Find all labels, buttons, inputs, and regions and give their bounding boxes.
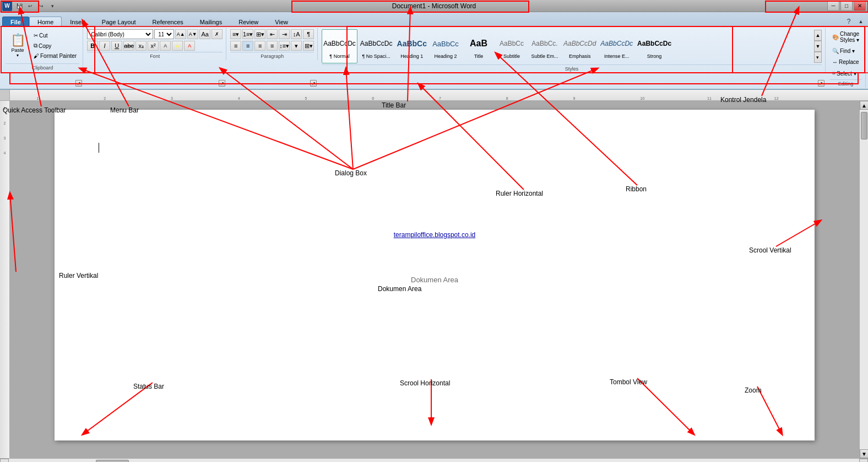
shading-btn[interactable]: ▾	[291, 41, 302, 51]
text-effect-btn[interactable]: A	[160, 41, 171, 51]
tab-bar: File Home Insert Page Layout References …	[0, 12, 868, 26]
increase-indent-btn[interactable]: ⇥	[279, 29, 290, 39]
styles-group: AaBbCcDc ¶ Normal AaBbCcDc ¶ No Spaci...…	[318, 28, 826, 88]
line-spacing-btn[interactable]: ↕≡▾	[279, 41, 290, 51]
style-title-preview: AaB	[470, 34, 487, 53]
paragraph-label: Paragraph	[230, 52, 314, 59]
style-intense-em[interactable]: AaBbCcDc Intense E...	[599, 29, 634, 63]
show-hide-btn[interactable]: ¶	[303, 29, 314, 39]
scroll-track-vertical[interactable]	[860, 110, 868, 449]
styles-area: AaBbCcDc ¶ Normal AaBbCcDc ¶ No Spaci...…	[322, 29, 812, 63]
style-subtle-em[interactable]: AaBbCc. Subtle Em...	[529, 29, 561, 63]
format-painter-icon: 🖌	[34, 53, 39, 59]
style-strong[interactable]: AaBbCcDc Strong	[636, 29, 673, 63]
style-h1-label: Heading 1	[400, 53, 423, 59]
paragraph-dialog-launcher[interactable]: ↗	[310, 80, 317, 87]
quick-dropdown-btn[interactable]: ▾	[47, 1, 57, 11]
paste-label: Paste	[11, 47, 24, 53]
document[interactable]: terampiloffice.blogspot.co.id	[55, 110, 815, 440]
replace-label: Replace	[839, 59, 859, 65]
style-heading2[interactable]: AaBbCc Heading 2	[430, 29, 462, 63]
styles-dialog-launcher[interactable]: ↗	[818, 80, 824, 87]
tab-file[interactable]: File	[2, 17, 29, 27]
styles-scroll-down[interactable]: ▼	[814, 41, 822, 52]
tab-view[interactable]: View	[267, 17, 296, 27]
copy-icon: ⧉	[34, 42, 37, 49]
borders-btn[interactable]: ⊞▾	[303, 41, 314, 51]
justify-btn[interactable]: ≡	[267, 41, 278, 51]
cut-icon: ✂	[34, 33, 38, 39]
quick-redo-btn[interactable]: ↪	[36, 1, 46, 11]
style-h2-label: Heading 2	[434, 53, 457, 59]
clipboard-dialog-launcher[interactable]: ↗	[75, 80, 82, 87]
font-color-btn[interactable]: A	[184, 41, 195, 51]
format-painter-button[interactable]: 🖌 Format Painter	[31, 51, 79, 61]
clear-format-btn[interactable]: ✗	[211, 29, 223, 39]
scroll-thumb-vertical[interactable]	[861, 112, 867, 139]
restore-button[interactable]: □	[840, 1, 853, 11]
styles-scroll-up[interactable]: ▲	[814, 30, 822, 41]
help-btn[interactable]: ?	[844, 17, 854, 26]
quick-save-btn[interactable]: 💾	[14, 1, 24, 11]
style-title-label: Title	[474, 53, 484, 59]
tab-page-layout[interactable]: Page Layout	[94, 17, 144, 27]
paste-button[interactable]: 📋 Paste ▾	[6, 29, 30, 62]
ribbon-minimize-btn[interactable]: ▲	[856, 17, 866, 26]
tab-insert[interactable]: Insert	[62, 17, 94, 27]
highlight-btn[interactable]: A	[172, 41, 183, 51]
align-right-btn[interactable]: ≡	[254, 41, 265, 51]
find-button[interactable]: 🔍 Find ▾	[829, 46, 858, 56]
close-button[interactable]: ✕	[854, 1, 866, 11]
multilevel-btn[interactable]: ⊞▾	[254, 29, 265, 39]
select-button[interactable]: ⌗ Select ▾	[829, 68, 859, 78]
style-emphasis[interactable]: AaBbCcDd Emphasis	[562, 29, 598, 63]
quick-undo-btn[interactable]: ↩	[25, 1, 35, 11]
doc-url: terampiloffice.blogspot.co.id	[394, 231, 476, 239]
style-normal[interactable]: AaBbCcDc ¶ Normal	[322, 29, 357, 63]
scroll-down-button[interactable]: ▼	[860, 449, 868, 458]
tab-references[interactable]: References	[144, 17, 192, 27]
scroll-thumb-horizontal[interactable]	[96, 460, 129, 463]
bold-button[interactable]: B	[87, 41, 98, 51]
style-title[interactable]: AaB Title	[463, 29, 495, 63]
change-styles-icon: 🎨	[832, 34, 839, 40]
style-subtle-label: Subtle Em...	[531, 53, 558, 59]
scroll-left-button[interactable]: ◄	[0, 459, 9, 462]
increase-font-btn[interactable]: A▲	[175, 29, 186, 39]
superscript-btn[interactable]: x²	[148, 41, 159, 51]
align-left-btn[interactable]: ≡	[230, 41, 241, 51]
style-heading1[interactable]: AaBbCc Heading 1	[395, 29, 428, 63]
replace-button[interactable]: ↔ Replace	[829, 57, 862, 67]
decrease-indent-btn[interactable]: ⇤	[267, 29, 278, 39]
document-area[interactable]: terampiloffice.blogspot.co.id Dokumen Ar…	[10, 101, 859, 458]
italic-button[interactable]: I	[99, 41, 110, 51]
styles-scroll-more[interactable]: ▾	[814, 52, 822, 63]
vertical-scrollbar[interactable]: ▲ ▼	[859, 101, 868, 458]
subscript-btn[interactable]: x₂	[135, 41, 147, 51]
bullets-btn[interactable]: ≡▾	[230, 29, 241, 39]
replace-icon: ↔	[832, 59, 838, 65]
style-no-spacing[interactable]: AaBbCcDc ¶ No Spaci...	[359, 29, 394, 63]
decrease-font-btn[interactable]: A▼	[187, 29, 198, 39]
change-case-btn[interactable]: Aa	[199, 29, 210, 39]
font-size-select[interactable]: 11	[154, 29, 174, 39]
tab-review[interactable]: Review	[230, 17, 267, 27]
sort-btn[interactable]: ↕A	[291, 29, 302, 39]
scroll-up-button[interactable]: ▲	[860, 101, 868, 110]
align-center-btn[interactable]: ≡	[242, 41, 253, 51]
copy-button[interactable]: ⧉ Copy	[31, 41, 79, 51]
numbering-btn[interactable]: 1≡▾	[242, 29, 253, 39]
tab-mailings[interactable]: Mailings	[192, 17, 230, 27]
change-styles-button[interactable]: 🎨 ChangeStyles ▾	[829, 29, 862, 45]
font-name-select[interactable]: Calibri (Body)	[87, 29, 153, 39]
font-dialog-launcher[interactable]: ↗	[219, 80, 225, 87]
minimize-button[interactable]: ─	[827, 1, 839, 11]
word-icon: W	[2, 1, 12, 11]
style-subtitle[interactable]: AaBbCc Subtitle	[496, 29, 528, 63]
scroll-right-button[interactable]: ►	[859, 459, 868, 462]
scroll-track-horizontal[interactable]	[9, 459, 859, 462]
cut-button[interactable]: ✂ Cut	[31, 31, 79, 40]
underline-button[interactable]: U	[111, 41, 122, 51]
strikethrough-btn[interactable]: abc	[123, 41, 134, 51]
tab-home[interactable]: Home	[29, 17, 62, 27]
